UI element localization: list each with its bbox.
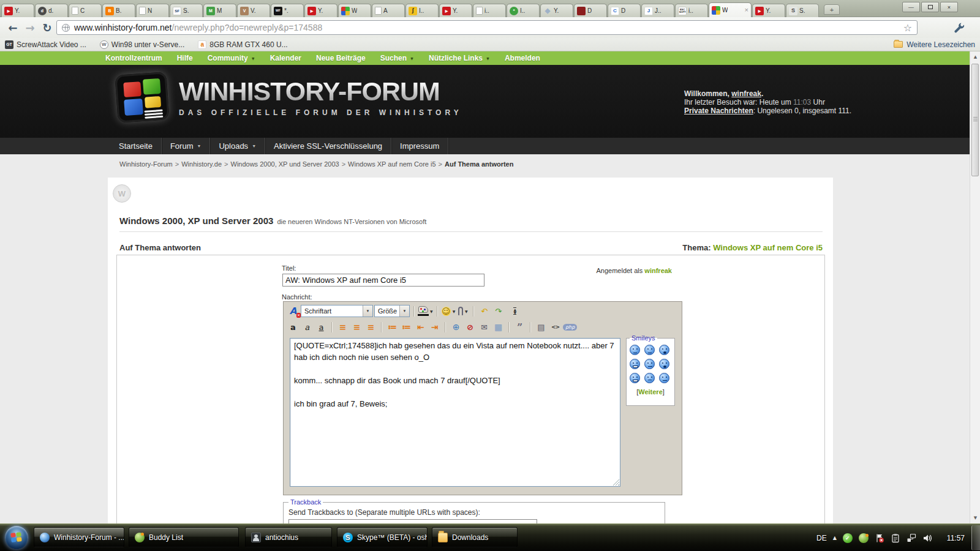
ordered-list-icon[interactable]: ≔ <box>386 321 399 334</box>
unlink-icon[interactable]: ⊘ <box>464 321 477 334</box>
browser-tab[interactable]: A <box>372 4 405 17</box>
browser-tab[interactable]: SS. <box>786 4 819 17</box>
smiley-redface[interactable] <box>644 373 655 383</box>
undo-icon[interactable]: ↶ <box>478 305 491 318</box>
smiley-confused[interactable] <box>659 373 669 383</box>
taskbar-right-edge[interactable] <box>971 525 980 550</box>
browser-tab[interactable]: ◆Y. <box>540 4 573 17</box>
more-smileys-link[interactable]: [Weitere] <box>627 388 674 395</box>
new-tab-button[interactable]: + <box>824 4 840 15</box>
resize-grip[interactable] <box>612 479 619 485</box>
smiley-biggrin[interactable] <box>630 359 640 369</box>
breadcrumb-link[interactable]: Windows 2000, XP und Server 2003 <box>231 160 339 168</box>
navbar-item-n-tzliche-links[interactable]: Nützliche Links▼ <box>429 54 490 62</box>
bookmark-star-icon[interactable]: ☆ <box>903 22 912 34</box>
navbar-item-kalender[interactable]: Kalender <box>270 54 301 62</box>
private-messages-link[interactable]: Private Nachrichten <box>684 107 753 115</box>
browser-tab[interactable]: D <box>574 4 607 17</box>
page-scrollbar[interactable]: ▲ ▼ <box>970 51 980 523</box>
titel-input[interactable] <box>282 274 484 287</box>
bookmark-item[interactable]: WWin98 unter v-Serve... <box>100 40 184 49</box>
browser-tab[interactable]: SFS. <box>170 4 203 17</box>
browser-tab[interactable]: MM <box>203 4 236 17</box>
html-icon[interactable]: <> <box>549 321 562 334</box>
smiley-wink[interactable] <box>644 345 655 355</box>
navbar-item-community[interactable]: Community▼ <box>208 54 255 62</box>
restore-button[interactable] <box>921 2 939 12</box>
browser-tab[interactable]: W× <box>709 2 752 17</box>
mainnav-item-uploads[interactable]: Uploads▼ <box>210 138 265 154</box>
mainnav-item-aktiviere-ssl-verschl-sselung[interactable]: Aktiviere SSL-Verschlüsselung <box>265 138 391 154</box>
unordered-list-icon[interactable]: ≔ <box>400 321 413 334</box>
tab-close-icon[interactable]: × <box>745 7 748 13</box>
browser-tab[interactable]: VV. <box>237 4 270 17</box>
start-button[interactable] <box>5 526 28 549</box>
quote-icon[interactable]: ” <box>513 321 526 334</box>
image-icon[interactable]: ▦ <box>492 321 505 334</box>
taskbar-button-winhistory-forum-[interactable]: Winhistory-Forum - ... <box>34 527 124 547</box>
insert-link-icon[interactable]: ⊕ <box>450 321 462 334</box>
address-bar[interactable]: www.winhistory-forum.net/newreply.php?do… <box>56 20 918 35</box>
navbar-item-abmelden[interactable]: Abmelden <box>505 54 540 62</box>
code-icon[interactable]: ▤ <box>535 321 548 334</box>
minimize-button[interactable]: — <box>902 2 920 12</box>
browser-tab[interactable]: C <box>69 4 102 17</box>
browser-tab[interactable]: ESC SOFTi.. <box>675 4 708 17</box>
underline-icon[interactable]: a <box>315 321 328 334</box>
smiley-smile[interactable] <box>630 345 640 355</box>
browser-tab[interactable]: ▶Y. <box>439 4 472 17</box>
editor-mode-icon[interactable]: ▲▼ <box>506 305 519 318</box>
taskbar-button-buddy-list[interactable]: Buddy List <box>129 527 239 547</box>
mainnav-item-impressum[interactable]: Impressum <box>391 138 448 154</box>
url-text[interactable]: www.winhistory-forum.net/newreply.php?do… <box>74 23 899 32</box>
reload-button[interactable]: ↻ <box>39 20 55 36</box>
other-bookmarks-button[interactable]: Weitere Lesezeichen <box>894 40 975 49</box>
hidden-icons-arrow-icon[interactable]: ▲ <box>833 535 837 541</box>
browser-tab[interactable]: WF*. <box>271 4 304 17</box>
redo-icon[interactable]: ↷ <box>492 305 505 318</box>
email-icon[interactable]: ✉ <box>478 321 491 334</box>
navbar-item-neue-beitr-ge[interactable]: Neue Beiträge <box>316 54 366 62</box>
browser-tab[interactable]: *I.. <box>507 4 540 17</box>
browser-tab[interactable]: BB. <box>102 4 135 17</box>
navbar-item-suchen[interactable]: Suchen▼ <box>380 54 414 62</box>
browser-tab[interactable]: ▶Y. <box>752 4 785 17</box>
smiley-neutral[interactable] <box>644 359 655 369</box>
align-center-icon[interactable]: ≡ <box>350 321 363 334</box>
indent-icon[interactable]: ⇥ <box>428 321 441 334</box>
forum-title-link[interactable]: Windows 2000, XP und Server 2003 <box>119 216 273 226</box>
mainnav-item-forum[interactable]: Forum▼ <box>162 138 211 154</box>
logged-in-user-link[interactable]: winfreak <box>644 267 672 274</box>
italic-icon[interactable]: a <box>301 321 314 334</box>
forum-logo[interactable]: WINHISTORY-FORUM DAS OFFIZIELLE FORUM DE… <box>116 73 462 121</box>
browser-tab[interactable]: ▶Y. <box>304 4 337 17</box>
align-right-icon[interactable]: ≡ <box>364 321 377 334</box>
volume-icon[interactable] <box>922 533 932 543</box>
smiley-twisted[interactable] <box>630 373 640 383</box>
breadcrumb-link[interactable]: Windows XP auf nem Core i5 <box>348 160 435 168</box>
php-icon[interactable]: php <box>563 321 577 334</box>
breadcrumb-link[interactable]: Winhistory.de <box>181 160 222 168</box>
browser-tab[interactable]: i.. <box>473 4 506 17</box>
taskbar-button-skype-beta-osh-[interactable]: SSkype™ (BETA) - osh... <box>337 527 428 547</box>
navbar-item-kontrollzentrum[interactable]: Kontrollzentrum <box>105 54 162 62</box>
browser-tab[interactable]: CD <box>608 4 641 17</box>
pidgin-status-icon[interactable] <box>859 533 869 543</box>
font-color-icon[interactable]: ▼ <box>418 305 433 318</box>
size-select[interactable]: Größe▼ <box>374 305 410 317</box>
wrench-menu-icon[interactable] <box>953 22 965 33</box>
bookmark-item[interactable]: a8GB RAM GTX 460 U... <box>198 40 287 49</box>
dropdown-arrow-icon[interactable]: ▼ <box>399 305 409 317</box>
attachment-icon[interactable]: ▼ <box>456 305 469 318</box>
remove-format-icon[interactable]: A <box>287 305 300 318</box>
breadcrumb-link[interactable]: Winhistory-Forum <box>119 160 173 168</box>
caret-down-icon[interactable]: ▼ <box>453 309 456 313</box>
thema-link[interactable]: Windows XP auf nem Core i5 <box>713 243 823 252</box>
browser-tab[interactable]: ʃI.. <box>405 4 439 17</box>
bookmark-item[interactable]: GTScrewAttack Video ... <box>5 40 86 49</box>
action-center-flag-icon[interactable] <box>875 533 884 543</box>
browser-tab[interactable]: dd. <box>35 4 68 17</box>
mainnav-item-startseite[interactable]: Startseite <box>110 138 162 154</box>
skype-status-icon[interactable]: ✓ <box>843 533 853 543</box>
scrollbar-thumb[interactable] <box>971 64 979 176</box>
